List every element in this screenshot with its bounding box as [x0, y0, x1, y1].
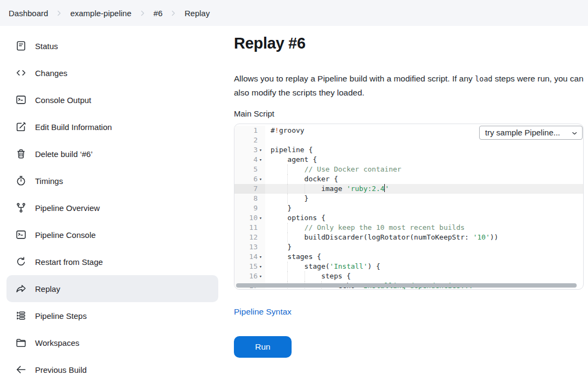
line-number: 15: [249, 262, 258, 271]
console-terminal-icon: [15, 229, 27, 241]
fold-arrow-icon[interactable]: ▾: [258, 271, 264, 281]
main-content: Replay #6 Allows you to replay a Pipelin…: [225, 26, 584, 382]
code-token: groovy: [279, 126, 305, 134]
breadcrumb-chevron-icon: [169, 9, 177, 17]
code-text: stage('Install') {: [265, 262, 583, 271]
line-number: 10: [249, 213, 258, 223]
breadcrumb: Dashboardexample-pipeline#6Replay: [9, 9, 210, 18]
code-token: buildDiscarder(logRotator(numToKeepStr:: [271, 233, 473, 241]
breadcrumb-chevron-icon: [139, 9, 147, 17]
sidebar-item-label: Previous Build: [35, 365, 87, 374]
code-text: options {: [265, 213, 583, 223]
line-gutter: 8: [234, 194, 265, 203]
line-gutter: 16▾: [234, 271, 265, 281]
indent-guide: [305, 271, 305, 281]
code-text: image 'ruby:2.4': [265, 184, 583, 194]
code-token: )): [490, 233, 499, 241]
line-number: 6: [253, 174, 258, 184]
code-line-7: 7 image 'ruby:2.4': [234, 184, 583, 194]
sidebar-item-timings[interactable]: Timings: [6, 167, 218, 194]
fold-arrow-icon[interactable]: ▾: [258, 145, 264, 155]
sidebar-item-pipeline-console[interactable]: Pipeline Console: [6, 221, 218, 248]
line-number: 2: [253, 135, 258, 145]
description-inline-code: load: [475, 74, 493, 83]
line-gutter: 9: [234, 203, 265, 213]
line-gutter: 1: [234, 126, 265, 135]
sample-pipeline-select[interactable]: try sample Pipeline...: [479, 126, 583, 140]
breadcrumb-item-dashboard[interactable]: Dashboard: [9, 9, 48, 18]
sidebar-item-label: Restart from Stage: [35, 257, 103, 267]
indent-guide: [287, 165, 288, 174]
line-gutter: 2: [234, 135, 265, 145]
code-token: agent {: [271, 155, 317, 163]
fold-arrow-icon[interactable]: ▾: [258, 155, 264, 165]
line-number: 14: [249, 252, 258, 262]
sidebar-item-status[interactable]: Status: [6, 32, 218, 59]
code-text: }: [265, 203, 583, 213]
sidebar-item-restart-from-stage[interactable]: Restart from Stage: [6, 248, 218, 275]
code-text: buildDiscarder(logRotator(numToKeepStr: …: [265, 233, 583, 242]
sidebar-item-delete-build-6[interactable]: Delete build ‘#6’: [6, 140, 218, 167]
breadcrumb-item-replay[interactable]: Replay: [184, 9, 210, 18]
sidebar-item-label: Workspaces: [35, 338, 79, 347]
code-token: stages {: [271, 253, 321, 261]
code-line-4: 4▾ agent {: [234, 155, 583, 165]
code-token: pipeline {: [271, 146, 313, 154]
line-number: 1: [253, 126, 258, 135]
fold-arrow-icon[interactable]: ▾: [258, 213, 264, 223]
sidebar-item-pipeline-steps[interactable]: Pipeline Steps: [6, 302, 218, 329]
line-number: 4: [253, 155, 258, 165]
code-text: steps {: [265, 271, 583, 281]
line-gutter: 14▾: [234, 252, 265, 262]
description-text-before: Allows you to replay a Pipeline build wi…: [234, 74, 475, 83]
line-number: 8: [253, 194, 258, 203]
sidebar-item-edit-build-information[interactable]: Edit Build Information: [6, 113, 218, 140]
fold-arrow-icon[interactable]: ▾: [258, 252, 264, 262]
line-number: 13: [249, 242, 258, 252]
code-token: 'ruby:2.4: [347, 185, 384, 193]
code-line-13: 13 }: [234, 242, 583, 252]
sidebar-item-label: Pipeline Steps: [35, 311, 87, 320]
sidebar-item-changes[interactable]: Changes: [6, 59, 218, 86]
sidebar-item-previous-build[interactable]: Previous Build: [6, 356, 218, 382]
sidebar-item-label: Pipeline Overview: [35, 203, 100, 213]
sidebar-item-console-output[interactable]: Console Output: [6, 86, 218, 113]
line-gutter: 7: [234, 184, 265, 194]
code-text: // Use Docker container: [265, 165, 583, 174]
restart-icon: [15, 256, 27, 268]
pipeline-syntax-link[interactable]: Pipeline Syntax: [234, 307, 292, 317]
breadcrumb-chevron-icon: [55, 9, 63, 17]
folder-icon: [15, 337, 27, 349]
breadcrumb-item-6[interactable]: #6: [154, 9, 163, 18]
code-token: !: [275, 126, 279, 134]
line-number: 16: [249, 271, 258, 281]
code-lines: 1#!groovy23▾pipeline {4▾ agent {5 // Use…: [234, 126, 583, 290]
sidebar-item-workspaces[interactable]: Workspaces: [6, 329, 218, 356]
sidebar: StatusChangesConsole OutputEdit Build In…: [0, 26, 225, 382]
code-line-9: 9 }: [234, 203, 583, 213]
indent-guide: [287, 233, 288, 242]
line-gutter: 3▾: [234, 145, 265, 155]
sidebar-item-label: Edit Build Information: [35, 122, 112, 132]
script-editor[interactable]: 1#!groovy23▾pipeline {4▾ agent {5 // Use…: [234, 124, 584, 290]
code-text: stages {: [265, 252, 583, 262]
console-terminal-icon: [15, 94, 27, 106]
editor-horizontal-scrollbar[interactable]: [236, 283, 577, 288]
page-title: Replay #6: [234, 35, 584, 52]
sidebar-item-pipeline-overview[interactable]: Pipeline Overview: [6, 194, 218, 221]
indent-guide: [287, 262, 288, 271]
code-text: // Only keep the 10 most recent builds: [265, 223, 583, 233]
fold-arrow-icon[interactable]: ▾: [258, 174, 264, 184]
line-gutter: 4▾: [234, 155, 265, 165]
code-text: agent {: [265, 155, 583, 165]
breadcrumb-item-example-pipeline[interactable]: example-pipeline: [70, 9, 131, 18]
sidebar-item-replay[interactable]: Replay: [6, 275, 218, 302]
indent-guide: [287, 194, 288, 203]
code-text: pipeline {: [265, 145, 583, 155]
sidebar-item-label: Status: [35, 42, 58, 51]
run-button[interactable]: Run: [234, 336, 292, 358]
fold-arrow-icon[interactable]: ▾: [258, 262, 264, 271]
edit-icon: [15, 121, 27, 133]
code-token: ) {: [368, 262, 380, 270]
changes-code-icon: [15, 67, 27, 79]
